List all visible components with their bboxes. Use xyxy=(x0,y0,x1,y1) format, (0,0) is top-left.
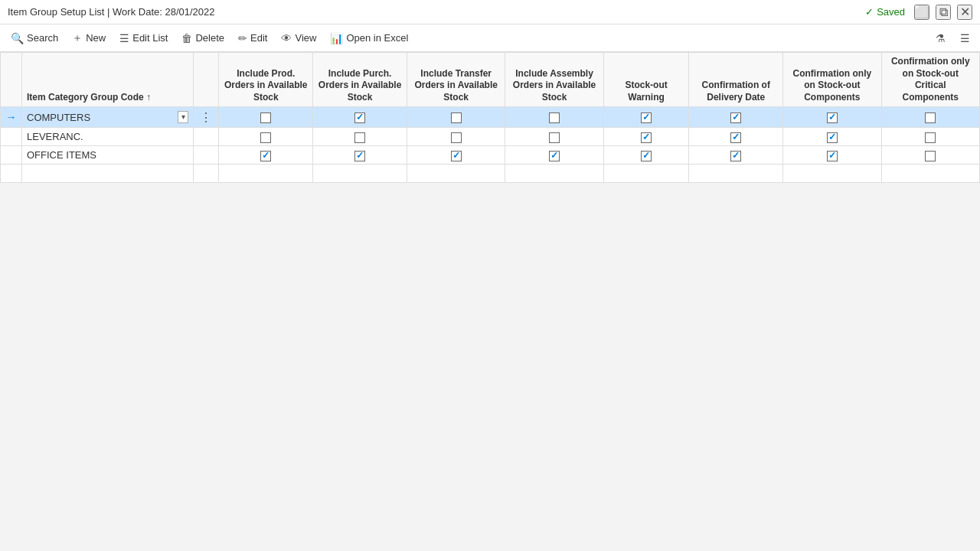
checkbox-delivery[interactable] xyxy=(730,132,741,143)
column-settings-button[interactable]: ☰ xyxy=(954,28,975,49)
edit-icon: ✏ xyxy=(238,32,247,44)
edit-list-icon: ☰ xyxy=(119,32,129,44)
checkbox-assembly[interactable] xyxy=(549,112,560,123)
col-prod: Include Prod. Orders in Available Stock xyxy=(219,53,313,107)
checkbox-critcomp[interactable] xyxy=(925,151,936,161)
checkbox-purch[interactable] xyxy=(354,151,365,161)
cell-confonly[interactable] xyxy=(783,128,881,146)
page-title: Item Group Setup List | Work Date: 28/01… xyxy=(8,6,215,18)
checkbox-assembly[interactable] xyxy=(549,151,560,161)
plus-icon: ＋ xyxy=(72,31,83,45)
table-row[interactable]: →▾⋮ xyxy=(1,107,980,128)
cell-purch[interactable] xyxy=(313,128,407,146)
checkbox-delivery[interactable] xyxy=(730,151,741,161)
edit-button[interactable]: ✏ Edit xyxy=(232,29,273,47)
cell-transfer[interactable] xyxy=(407,128,505,146)
monitor-icon[interactable]: ⬜ xyxy=(914,5,929,20)
cell-stockout[interactable] xyxy=(603,128,689,146)
cell-purch[interactable] xyxy=(313,146,407,165)
col-critcomp: Confirmation only on Stock-out Critical … xyxy=(881,53,979,107)
search-label: Search xyxy=(27,32,58,44)
col-code[interactable]: Item Category Group Code ↑ xyxy=(22,53,194,107)
checkbox-critcomp[interactable] xyxy=(925,112,936,123)
view-button[interactable]: 👁 View xyxy=(275,29,322,47)
cell-confonly[interactable] xyxy=(783,107,881,128)
checkbox-confonly[interactable] xyxy=(827,112,838,123)
checkbox-confonly[interactable] xyxy=(827,132,838,143)
checkbox-assembly[interactable] xyxy=(549,132,560,143)
close-icon[interactable]: ✕ xyxy=(957,5,972,20)
open-in-excel-label: Open in Excel xyxy=(346,32,408,44)
cell-critcomp[interactable] xyxy=(881,146,979,165)
external-link-icon[interactable]: ⧉ xyxy=(936,5,951,20)
checkbox-prod[interactable] xyxy=(260,132,271,143)
checkbox-prod[interactable] xyxy=(260,151,271,161)
delete-button[interactable]: 🗑 Delete xyxy=(175,29,230,47)
cell-prod[interactable] xyxy=(219,107,313,128)
cell-assembly[interactable] xyxy=(505,146,603,165)
checkbox-stockout[interactable] xyxy=(641,132,652,143)
row-arrow-cell: → xyxy=(1,107,22,128)
cell-critcomp[interactable] xyxy=(881,107,979,128)
table-row[interactable]: OFFICE ITEMS xyxy=(1,146,980,165)
code-input[interactable] xyxy=(27,112,175,123)
check-icon: ✓ xyxy=(865,6,874,18)
title-bar-right: ✓ Saved ⬜ ⧉ ✕ xyxy=(865,5,972,20)
col-stockout: Stock-out Warning xyxy=(603,53,689,107)
checkbox-delivery[interactable] xyxy=(730,112,741,123)
checkbox-purch[interactable] xyxy=(354,112,365,123)
delete-label: Delete xyxy=(195,32,224,44)
cell-confonly[interactable] xyxy=(783,146,881,165)
cell-purch[interactable] xyxy=(313,107,407,128)
code-cell[interactable]: LEVERANC. xyxy=(22,128,194,146)
col-confonly: Confirmation only on Stock-out Component… xyxy=(783,53,881,107)
checkbox-purch[interactable] xyxy=(354,132,365,143)
edit-list-button[interactable]: ☰ Edit List xyxy=(113,29,174,47)
code-cell[interactable]: OFFICE ITEMS xyxy=(22,146,194,165)
cell-delivery[interactable] xyxy=(689,107,783,128)
col-purch: Include Purch. Orders in Available Stock xyxy=(313,53,407,107)
filter-button[interactable]: ⚗ xyxy=(929,28,951,49)
new-button[interactable]: ＋ New xyxy=(66,28,112,48)
checkbox-prod[interactable] xyxy=(260,112,271,123)
row-arrow-icon: → xyxy=(6,111,17,123)
edit-label: Edit xyxy=(250,32,267,44)
cell-delivery[interactable] xyxy=(689,128,783,146)
search-button[interactable]: 🔍 Search xyxy=(5,29,64,47)
cell-delivery[interactable] xyxy=(689,146,783,165)
dropdown-arrow-icon[interactable]: ▾ xyxy=(178,111,189,123)
row-menu-button[interactable]: ⋮ xyxy=(198,109,214,125)
open-in-excel-button[interactable]: 📊 Open in Excel xyxy=(324,29,414,47)
checkbox-stockout[interactable] xyxy=(641,151,652,161)
edit-list-label: Edit List xyxy=(132,32,168,44)
cell-transfer[interactable] xyxy=(407,146,505,165)
checkbox-transfer[interactable] xyxy=(451,132,462,143)
checkbox-confonly[interactable] xyxy=(827,151,838,161)
code-cell[interactable]: ▾ xyxy=(22,107,194,128)
title-bar: Item Group Setup List | Work Date: 28/01… xyxy=(0,0,980,24)
row-menu-cell[interactable]: ⋮ xyxy=(194,107,219,128)
cell-stockout[interactable] xyxy=(603,146,689,165)
empty-row xyxy=(1,165,980,183)
delete-icon: 🗑 xyxy=(181,32,192,44)
cell-prod[interactable] xyxy=(219,146,313,165)
excel-icon: 📊 xyxy=(330,32,343,44)
cell-critcomp[interactable] xyxy=(881,128,979,146)
cell-assembly[interactable] xyxy=(505,107,603,128)
cell-assembly[interactable] xyxy=(505,128,603,146)
checkbox-transfer[interactable] xyxy=(451,112,462,123)
cell-transfer[interactable] xyxy=(407,107,505,128)
row-menu-cell[interactable] xyxy=(194,128,219,146)
view-icon: 👁 xyxy=(281,32,292,44)
col-delivery: Confirmation of Delivery Date xyxy=(689,53,783,107)
cell-prod[interactable] xyxy=(219,128,313,146)
saved-indicator: ✓ Saved xyxy=(865,6,905,18)
checkbox-critcomp[interactable] xyxy=(925,132,936,143)
table-row[interactable]: LEVERANC. xyxy=(1,128,980,146)
row-arrow-cell xyxy=(1,128,22,146)
checkbox-stockout[interactable] xyxy=(641,112,652,123)
title-icons: ⬜ ⧉ ✕ xyxy=(914,5,972,20)
row-menu-cell[interactable] xyxy=(194,146,219,165)
cell-stockout[interactable] xyxy=(603,107,689,128)
checkbox-transfer[interactable] xyxy=(451,151,462,161)
